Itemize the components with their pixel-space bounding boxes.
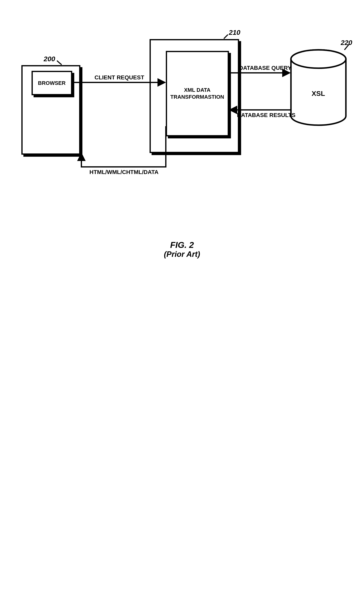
arrows-svg <box>9 8 355 232</box>
figure-subtitle: (Prior Art) <box>8 250 356 259</box>
label-db-query: DATABASE QUERY <box>239 65 292 71</box>
label-client-request: CLIENT REQUEST <box>95 74 144 81</box>
system-diagram: BROWSER 200 XML DATA TRANSFORMASTION 210… <box>9 8 355 232</box>
label-db-results: DATABASE RESULTS <box>237 112 296 118</box>
figure-title: FIG. 2 <box>8 240 356 250</box>
label-html-response: HTML/WML/CHTML/DATA <box>90 169 159 175</box>
